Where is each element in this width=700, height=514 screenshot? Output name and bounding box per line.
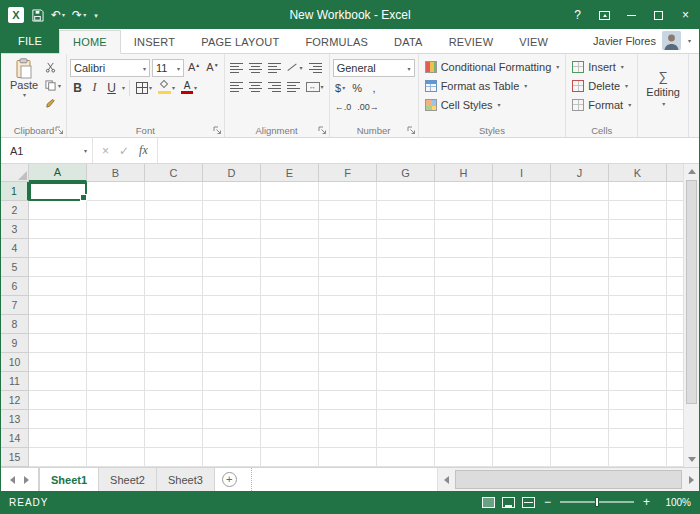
cell-A7[interactable] <box>29 296 87 315</box>
column-header-E[interactable]: E <box>261 164 319 182</box>
cell-B9[interactable] <box>87 334 145 353</box>
scroll-right-button[interactable] <box>683 476 699 484</box>
cell-B8[interactable] <box>87 315 145 334</box>
cell-J5[interactable] <box>551 258 609 277</box>
cell-F14[interactable] <box>319 429 377 448</box>
cell-I8[interactable] <box>493 315 551 334</box>
cell-H13[interactable] <box>435 410 493 429</box>
cell-E14[interactable] <box>261 429 319 448</box>
cell-C4[interactable] <box>145 239 203 258</box>
align-bottom-button[interactable] <box>266 59 283 76</box>
column-header-K[interactable]: K <box>609 164 667 182</box>
close-button[interactable]: × <box>672 1 699 29</box>
format-painter-button[interactable] <box>43 95 63 111</box>
horizontal-scroll-thumb[interactable] <box>455 470 682 489</box>
column-header-B[interactable]: B <box>87 164 145 182</box>
cell-D6[interactable] <box>203 277 261 296</box>
cell-E2[interactable] <box>261 201 319 220</box>
cell-D10[interactable] <box>203 353 261 372</box>
decrease-decimal-button[interactable]: .00→ <box>355 98 381 115</box>
number-format-select[interactable]: General ▾ <box>333 59 415 77</box>
cell-I11[interactable] <box>493 372 551 391</box>
cell-G3[interactable] <box>377 220 435 239</box>
cut-button[interactable] <box>43 59 63 75</box>
cell-A10[interactable] <box>29 353 87 372</box>
zoom-slider[interactable] <box>560 501 634 503</box>
align-right-button[interactable] <box>266 78 283 95</box>
cell-K4[interactable] <box>609 239 667 258</box>
align-middle-button[interactable] <box>247 59 264 76</box>
cell-E9[interactable] <box>261 334 319 353</box>
cell-E4[interactable] <box>261 239 319 258</box>
column-header-G[interactable]: G <box>377 164 435 182</box>
cell-I1[interactable] <box>493 182 551 201</box>
horizontal-scrollbar[interactable] <box>437 468 699 491</box>
cell-K1[interactable] <box>609 182 667 201</box>
tab-page-layout[interactable]: PAGE LAYOUT <box>188 30 292 53</box>
scroll-left-button[interactable] <box>438 476 454 484</box>
cell-B14[interactable] <box>87 429 145 448</box>
zoom-slider-thumb[interactable] <box>595 497 599 507</box>
align-center-button[interactable] <box>247 78 264 95</box>
cell-K5[interactable] <box>609 258 667 277</box>
cell-B6[interactable] <box>87 277 145 296</box>
cell-I12[interactable] <box>493 391 551 410</box>
cell-F2[interactable] <box>319 201 377 220</box>
cell-G8[interactable] <box>377 315 435 334</box>
cell-D8[interactable] <box>203 315 261 334</box>
zoom-out-button[interactable]: − <box>542 496 553 508</box>
cell-I14[interactable] <box>493 429 551 448</box>
cell-A2[interactable] <box>29 201 87 220</box>
cell-E7[interactable] <box>261 296 319 315</box>
underline-button[interactable]: U <box>104 79 119 96</box>
cell-F13[interactable] <box>319 410 377 429</box>
conditional-formatting-button[interactable]: Conditional Formatting ▾ <box>422 57 563 76</box>
cell-C7[interactable] <box>145 296 203 315</box>
cell-styles-button[interactable]: Cell Styles ▾ <box>422 95 563 114</box>
cell-B3[interactable] <box>87 220 145 239</box>
zoom-in-button[interactable]: + <box>641 496 652 508</box>
row-header-4[interactable]: 4 <box>1 239 29 258</box>
save-button[interactable] <box>31 9 44 22</box>
cell-I3[interactable] <box>493 220 551 239</box>
name-box[interactable]: A1 ▾ <box>1 138 93 163</box>
cell-A5[interactable] <box>29 258 87 277</box>
column-header-I[interactable]: I <box>493 164 551 182</box>
cell-D12[interactable] <box>203 391 261 410</box>
tab-view[interactable]: VIEW <box>506 30 561 53</box>
cell-D9[interactable] <box>203 334 261 353</box>
font-color-button[interactable]: A▾ <box>179 79 199 96</box>
cell-A11[interactable] <box>29 372 87 391</box>
cell-K9[interactable] <box>609 334 667 353</box>
cell-J12[interactable] <box>551 391 609 410</box>
cell-D11[interactable] <box>203 372 261 391</box>
cell-G12[interactable] <box>377 391 435 410</box>
copy-button[interactable]: ▾ <box>43 77 63 93</box>
cell-G6[interactable] <box>377 277 435 296</box>
cell-I7[interactable] <box>493 296 551 315</box>
user-account[interactable]: Javier Flores ▾ <box>593 31 699 53</box>
cell-K8[interactable] <box>609 315 667 334</box>
underline-caret-icon[interactable]: ▾ <box>122 84 125 91</box>
cell-E13[interactable] <box>261 410 319 429</box>
select-all-corner[interactable] <box>1 164 29 182</box>
cell-A4[interactable] <box>29 239 87 258</box>
cell-J15[interactable] <box>551 448 609 467</box>
cancel-entry-icon[interactable]: × <box>102 144 109 158</box>
row-header-7[interactable]: 7 <box>1 296 29 315</box>
font-family-select[interactable]: Calibri ▾ <box>70 59 150 77</box>
cell-K13[interactable] <box>609 410 667 429</box>
sheet-tab-sheet1[interactable]: Sheet1 <box>39 468 99 491</box>
redo-button[interactable]: ↷▾ <box>72 9 86 21</box>
cell-F8[interactable] <box>319 315 377 334</box>
cell-F5[interactable] <box>319 258 377 277</box>
cell-K2[interactable] <box>609 201 667 220</box>
cell-I15[interactable] <box>493 448 551 467</box>
vertical-scrollbar[interactable] <box>683 164 699 467</box>
cell-J4[interactable] <box>551 239 609 258</box>
cell-H7[interactable] <box>435 296 493 315</box>
cell-F9[interactable] <box>319 334 377 353</box>
cell-J9[interactable] <box>551 334 609 353</box>
cell-B2[interactable] <box>87 201 145 220</box>
cell-G1[interactable] <box>377 182 435 201</box>
